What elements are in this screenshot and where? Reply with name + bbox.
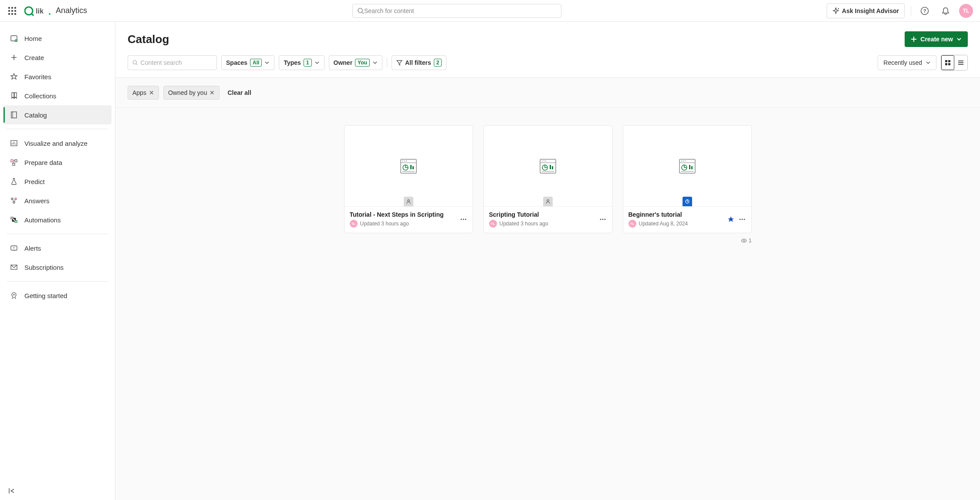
app-card[interactable]: Tutorial - Next Steps in Scripting TL Up… — [344, 125, 473, 233]
divider — [7, 129, 108, 129]
sidebar-item-catalog[interactable]: Catalog — [3, 105, 112, 124]
content-search-input[interactable] — [141, 59, 212, 66]
filter-label: Owner — [334, 59, 353, 66]
clear-all-button[interactable]: Clear all — [227, 89, 251, 96]
svg-point-30 — [133, 60, 136, 64]
more-icon — [599, 215, 607, 223]
remove-chip-icon[interactable]: ✕ — [210, 89, 215, 96]
sidebar-item-label: Getting started — [24, 292, 67, 299]
chart-icon — [10, 139, 18, 148]
card-more-button[interactable] — [738, 215, 746, 223]
app-card[interactable]: Beginner's tutorial TL Updated Aug 8, 20… — [623, 125, 752, 233]
space-badge-personal — [404, 197, 413, 206]
list-icon — [957, 59, 964, 66]
view-count-value: 1 — [749, 238, 752, 244]
notifications-button[interactable] — [938, 3, 953, 18]
star-filled-icon — [727, 215, 735, 223]
sidebar-item-prepare-data[interactable]: Prepare data — [3, 153, 112, 172]
person-icon — [406, 199, 411, 204]
content-search[interactable] — [128, 55, 217, 70]
user-avatar[interactable]: TL — [959, 4, 973, 18]
card-more-button[interactable] — [599, 215, 607, 223]
card-thumbnail — [345, 126, 473, 206]
sort-label: Recently used — [883, 59, 922, 66]
active-filter-chip[interactable]: Owned by you ✕ — [163, 86, 220, 100]
filter-types[interactable]: Types 1 — [279, 55, 324, 70]
sidebar-item-collections[interactable]: Collections — [3, 86, 112, 105]
grid-view-button[interactable] — [941, 55, 954, 70]
global-search-input[interactable] — [364, 7, 557, 14]
rocket-icon — [10, 291, 18, 300]
eye-icon — [741, 238, 747, 244]
svg-rect-52 — [552, 166, 553, 169]
plus-icon — [911, 36, 917, 42]
sidebar-item-subscriptions[interactable]: Subscriptions — [3, 258, 112, 277]
sidebar-item-automations[interactable]: Automations — [3, 210, 112, 229]
svg-rect-19 — [11, 160, 13, 162]
svg-point-55 — [602, 219, 603, 220]
help-button[interactable]: ? — [917, 3, 932, 18]
sidebar-item-answers[interactable]: Answers — [3, 191, 112, 210]
space-badge-shared — [683, 197, 692, 206]
data-icon — [10, 158, 18, 167]
svg-rect-31 — [945, 60, 947, 62]
svg-point-45 — [465, 219, 466, 220]
sidebar-item-alerts[interactable]: Alerts — [3, 238, 112, 258]
sidebar-item-predict[interactable]: Predict — [3, 172, 112, 191]
sort-dropdown[interactable]: Recently used — [878, 55, 936, 70]
filter-icon — [396, 60, 402, 66]
active-filter-chip[interactable]: Apps ✕ — [128, 86, 159, 100]
favorite-star-button[interactable] — [727, 215, 735, 223]
sidebar-item-visualize[interactable]: Visualize and analyze — [3, 134, 112, 153]
collapse-sidebar-button[interactable] — [8, 487, 16, 495]
svg-rect-4 — [11, 10, 13, 12]
mail-icon — [10, 263, 18, 272]
owner-avatar: TL — [350, 220, 358, 228]
chevron-down-icon — [926, 60, 931, 65]
remove-chip-icon[interactable]: ✕ — [149, 89, 154, 96]
sidebar-item-label: Answers — [24, 197, 50, 205]
app-icon — [538, 157, 558, 176]
svg-point-38 — [406, 161, 407, 161]
app-launcher-icon[interactable] — [7, 6, 17, 16]
chevron-down-icon — [956, 37, 962, 42]
svg-rect-8 — [14, 13, 16, 15]
ask-insight-advisor-button[interactable]: Ask Insight Advisor — [827, 3, 905, 18]
filter-badge: 1 — [304, 59, 312, 67]
product-name: Analytics — [56, 6, 87, 15]
svg-rect-6 — [8, 13, 10, 15]
sidebar-item-getting-started[interactable]: Getting started — [3, 286, 112, 305]
list-view-button[interactable] — [954, 55, 967, 70]
create-label: Create new — [920, 36, 953, 43]
sidebar-item-favorites[interactable]: Favorites — [3, 67, 112, 86]
logo[interactable]: lik Analytics — [24, 6, 87, 16]
svg-point-11 — [49, 13, 51, 15]
divider — [387, 58, 387, 67]
chevron-down-icon — [314, 60, 320, 65]
sidebar-item-label: Create — [24, 54, 44, 61]
svg-point-58 — [681, 161, 682, 161]
filter-label: Types — [284, 59, 301, 66]
global-search[interactable] — [352, 4, 561, 18]
filter-all-filters[interactable]: All filters 2 — [392, 55, 447, 70]
svg-rect-3 — [8, 10, 10, 12]
create-new-button[interactable]: Create new — [905, 31, 968, 47]
svg-point-42 — [407, 200, 409, 201]
svg-rect-51 — [550, 165, 551, 169]
filter-label: All filters — [405, 59, 431, 66]
answers-icon — [10, 196, 18, 205]
app-card[interactable]: Scripting Tutorial TL Updated 3 hours ag… — [483, 125, 612, 233]
card-more-button[interactable] — [460, 215, 467, 223]
filter-spaces[interactable]: Spaces All — [221, 55, 274, 70]
svg-rect-40 — [410, 165, 412, 169]
owner-avatar: TL — [489, 220, 497, 228]
svg-point-47 — [542, 161, 543, 161]
star-icon — [10, 72, 18, 81]
more-icon — [738, 215, 746, 223]
sidebar-item-create[interactable]: Create — [3, 48, 112, 67]
card-thumbnail — [484, 126, 612, 206]
filter-owner[interactable]: Owner You — [329, 55, 382, 70]
sidebar: Home Create Favorites Collections Catalo… — [0, 22, 115, 500]
svg-point-37 — [404, 161, 405, 161]
sidebar-item-home[interactable]: Home — [3, 29, 112, 48]
